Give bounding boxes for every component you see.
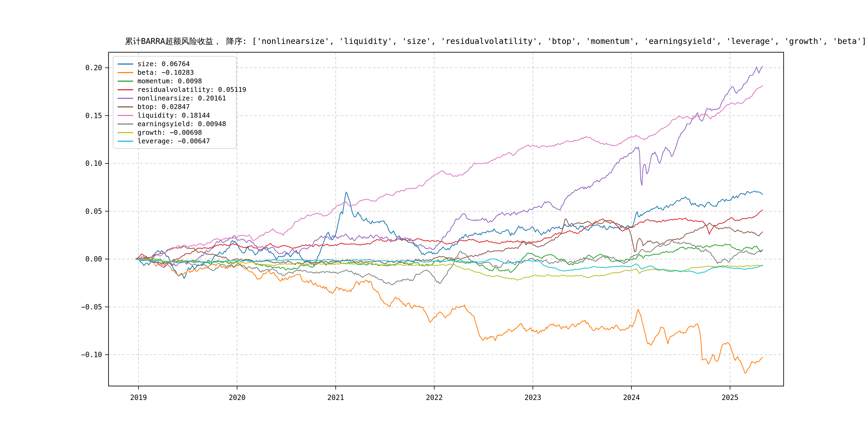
- legend-swatch-size: [118, 63, 133, 65]
- y-tick-label: 0.10: [85, 159, 102, 167]
- x-tick-label: 2019: [130, 394, 147, 402]
- legend-label: liquidity: 0.18144: [137, 111, 210, 120]
- legend-swatch-leverage: [118, 141, 133, 142]
- y-tick-label: 0.05: [85, 207, 102, 215]
- legend-item-liquidity: liquidity: 0.18144: [118, 111, 232, 120]
- legend-item-leverage: leverage: −0.00647: [118, 137, 232, 146]
- series-line-residualvolatility: [135, 210, 763, 265]
- legend-item-nonlinearsize: nonlinearsize: 0.20161: [118, 94, 232, 103]
- figure: 累计BARRA超额风险收益， 降序: ['nonlinearsize', 'li…: [0, 0, 868, 434]
- legend-label: residualvolatility: 0.05119: [137, 86, 246, 94]
- x-tick-label: 2024: [623, 394, 640, 402]
- x-tick-label: 2022: [426, 394, 443, 402]
- x-tick-label: 2025: [722, 394, 739, 402]
- legend-swatch-liquidity: [118, 115, 133, 116]
- series-line-momentum: [135, 244, 763, 273]
- legend-label: growth: −0.00698: [137, 128, 202, 137]
- legend-label: btop: 0.02847: [137, 103, 190, 111]
- legend-label: beta: −0.10283: [137, 68, 194, 77]
- legend: size: 0.06764beta: −0.10283momentum: 0.0…: [113, 56, 237, 149]
- legend-item-earningsyield: earningsyield: 0.00948: [118, 120, 232, 128]
- legend-swatch-growth: [118, 132, 133, 133]
- legend-label: momentum: 0.0098: [137, 77, 202, 86]
- legend-swatch-momentum: [118, 81, 133, 82]
- legend-item-residualvolatility: residualvolatility: 0.05119: [118, 86, 232, 94]
- x-tick-label: 2023: [525, 394, 541, 402]
- legend-swatch-nonlinearsize: [118, 98, 133, 99]
- legend-label: leverage: −0.00647: [137, 137, 210, 146]
- legend-swatch-earningsyield: [118, 124, 133, 125]
- x-tick-label: 2020: [229, 394, 246, 402]
- legend-label: nonlinearsize: 0.20161: [137, 94, 226, 103]
- legend-item-size: size: 0.06764: [118, 60, 232, 68]
- legend-item-momentum: momentum: 0.0098: [118, 77, 232, 86]
- x-tick-label: 2021: [328, 394, 344, 402]
- legend-item-growth: growth: −0.00698: [118, 128, 232, 137]
- legend-swatch-residualvolatility: [118, 89, 133, 90]
- y-tick-label: 0.15: [85, 112, 102, 120]
- series-line-btop: [135, 219, 763, 265]
- legend-swatch-beta: [118, 72, 133, 73]
- y-tick-label: −0.10: [81, 351, 102, 359]
- legend-swatch-btop: [118, 106, 133, 107]
- y-tick-label: 0.00: [85, 255, 102, 263]
- legend-label: size: 0.06764: [137, 60, 190, 68]
- legend-item-btop: btop: 0.02847: [118, 103, 232, 111]
- legend-item-beta: beta: −0.10283: [118, 68, 232, 77]
- y-tick-label: 0.20: [85, 64, 102, 72]
- legend-label: earningsyield: 0.00948: [137, 120, 226, 128]
- series-line-beta: [135, 257, 763, 373]
- y-tick-label: −0.05: [81, 303, 102, 311]
